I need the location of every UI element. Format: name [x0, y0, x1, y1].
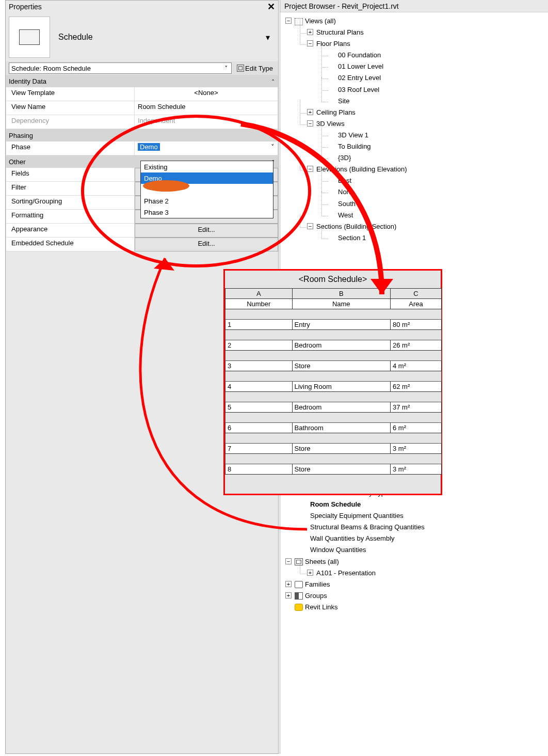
- tree-3d-views[interactable]: −3D Views 3D View 1 To Building {3D}: [307, 118, 547, 164]
- tree-elevations[interactable]: −Elevations (Building Elevation) East No…: [307, 164, 547, 220]
- schedule-row[interactable]: 4Living Room62 m²: [225, 382, 442, 392]
- room-schedule-preview: <Room Schedule> A B C Number Name Area 1…: [223, 269, 442, 495]
- phase-option[interactable]: Existing: [141, 161, 273, 172]
- tree-item[interactable]: +A101 - Presentation: [307, 568, 547, 579]
- properties-header: Properties ✕: [6, 1, 278, 13]
- schedule-title: <Room Schedule>: [225, 271, 441, 288]
- schedule-row[interactable]: 8Store3 m²: [225, 464, 442, 475]
- tree-item[interactable]: Specialty Equipment Quantities: [285, 510, 547, 522]
- type-name: Schedule: [58, 33, 93, 42]
- collapse-icon[interactable]: −: [307, 166, 313, 172]
- embedded-button[interactable]: Edit...: [135, 238, 278, 251]
- type-selector[interactable]: Schedule ▾: [6, 13, 278, 61]
- tree-item[interactable]: Wall Quantities by Assembly: [285, 533, 547, 544]
- tree-item[interactable]: Window Quantities: [285, 544, 547, 556]
- project-browser-title: Project Browser - Revit_Project1.rvt: [280, 0, 548, 12]
- tree-item-active[interactable]: Room Schedule: [285, 499, 547, 510]
- col-letter: C: [390, 289, 441, 299]
- instance-selector[interactable]: Schedule: Room Schedule: [9, 62, 232, 74]
- schedule-row[interactable]: 2Bedroom26 m²: [225, 340, 442, 351]
- schedule-row[interactable]: 6Bathroom6 m²: [225, 423, 442, 433]
- properties-title: Properties: [9, 3, 42, 11]
- tree-item[interactable]: Structural Beams & Bracing Quantities: [285, 522, 547, 533]
- phase-option[interactable]: [141, 184, 273, 195]
- tree-floor-plans[interactable]: −Floor Plans 00 Foundation 01 Lower Leve…: [307, 38, 547, 107]
- tree-item[interactable]: South: [329, 198, 547, 210]
- tree-item[interactable]: Site: [329, 96, 547, 107]
- tree-ceiling-plans[interactable]: +Ceiling Plans: [307, 107, 547, 118]
- tree-item[interactable]: {3D}: [329, 152, 547, 164]
- phase-option[interactable]: Phase 2: [141, 195, 273, 207]
- prop-dependency: Dependency Independent: [6, 115, 278, 129]
- schedule-row[interactable]: 7Store3 m²: [225, 444, 442, 454]
- appearance-label: Appearance: [6, 224, 135, 238]
- fields-label: Fields: [6, 168, 135, 182]
- tree-item[interactable]: To Building: [329, 141, 547, 152]
- phase-dropdown[interactable]: Demo: [135, 141, 278, 155]
- tree-item[interactable]: East: [329, 175, 547, 186]
- edit-type-icon: [237, 65, 244, 72]
- phase-option[interactable]: Phase 3: [141, 207, 273, 218]
- schedule-icon: [9, 17, 50, 58]
- expand-icon[interactable]: +: [285, 581, 292, 587]
- tree-item[interactable]: North: [329, 186, 547, 198]
- collapse-icon[interactable]: −: [285, 18, 292, 24]
- tree-views-root[interactable]: −Views (all) +Structural Plans −Floor Pl…: [285, 15, 547, 244]
- tree-structural-plans[interactable]: +Structural Plans: [307, 27, 547, 38]
- schedule-table: A B C Number Name Area 1Entry80 m² 2Bedr…: [225, 288, 442, 475]
- col-letter: A: [225, 289, 293, 299]
- collapse-icon[interactable]: −: [307, 40, 313, 46]
- instance-row: Schedule: Room Schedule Edit Type: [6, 61, 278, 75]
- tree-item[interactable]: 03 Roof Level: [329, 84, 547, 96]
- group-header-phasing[interactable]: Phasing ⌃: [6, 129, 278, 141]
- tree-item[interactable]: 00 Foundation: [329, 50, 547, 61]
- collapse-icon: ⌃: [271, 78, 275, 84]
- prop-phase: Phase Demo: [6, 141, 278, 155]
- schedule-row[interactable]: 5Bedroom37 m²: [225, 402, 442, 413]
- tree-item[interactable]: West: [329, 210, 547, 221]
- collapse-icon[interactable]: −: [307, 223, 313, 229]
- collapse-icon[interactable]: −: [285, 558, 292, 564]
- view-template-value[interactable]: <None>: [135, 87, 278, 101]
- tree-groups[interactable]: +Groups: [285, 590, 547, 602]
- tree-item[interactable]: 3D View 1: [329, 130, 547, 141]
- edit-type-button[interactable]: Edit Type: [235, 65, 275, 72]
- tree-item[interactable]: 01 Lower Level: [329, 61, 547, 72]
- close-icon[interactable]: ✕: [267, 1, 275, 12]
- phase-dropdown-popup: Existing Demo Phase 2 Phase 3: [140, 161, 273, 218]
- links-icon: [295, 604, 303, 611]
- schedule-row[interactable]: 1Entry80 m²: [225, 320, 442, 330]
- groups-icon: [295, 592, 303, 600]
- col-header: Area: [390, 299, 441, 309]
- tree-revit-links[interactable]: Revit Links: [285, 602, 547, 613]
- prop-view-template: View Template <None>: [6, 87, 278, 101]
- col-letter: B: [292, 289, 390, 299]
- tree-item[interactable]: Section 1: [329, 232, 547, 244]
- appearance-button[interactable]: Edit...: [135, 224, 278, 238]
- collapse-icon[interactable]: −: [307, 120, 313, 127]
- tree-item[interactable]: 02 Entry Level: [329, 72, 547, 84]
- phase-option-selected[interactable]: Demo: [141, 172, 273, 184]
- embedded-label: Embedded Schedule: [6, 238, 135, 251]
- tree-sheets[interactable]: −Sheets (all) +A101 - Presentation: [285, 556, 547, 579]
- view-name-value[interactable]: Room Schedule: [135, 101, 278, 115]
- formatting-label: Formatting: [6, 210, 135, 224]
- expand-icon[interactable]: +: [307, 570, 313, 576]
- tree-families[interactable]: +Families: [285, 579, 547, 590]
- families-icon: [295, 581, 303, 588]
- schedule-row[interactable]: 3Store4 m²: [225, 361, 442, 371]
- sorting-label: Sorting/Grouping: [6, 196, 135, 210]
- expand-icon[interactable]: +: [307, 109, 313, 115]
- chevron-down-icon[interactable]: ▾: [261, 33, 275, 42]
- edit-type-label: Edit Type: [245, 65, 273, 72]
- col-header: Name: [292, 299, 390, 309]
- prop-view-name: View Name Room Schedule: [6, 101, 278, 115]
- collapse-icon: ⌃: [271, 133, 275, 138]
- tree-sections[interactable]: −Sections (Building Section) Section 1: [307, 221, 547, 244]
- expand-icon[interactable]: +: [307, 29, 313, 35]
- dependency-value: Independent: [135, 115, 278, 129]
- filter-label: Filter: [6, 182, 135, 196]
- expand-icon[interactable]: +: [285, 592, 292, 598]
- instance-name: Schedule: Room Schedule: [11, 65, 91, 72]
- group-header-identity[interactable]: Identity Data ⌃: [6, 75, 278, 87]
